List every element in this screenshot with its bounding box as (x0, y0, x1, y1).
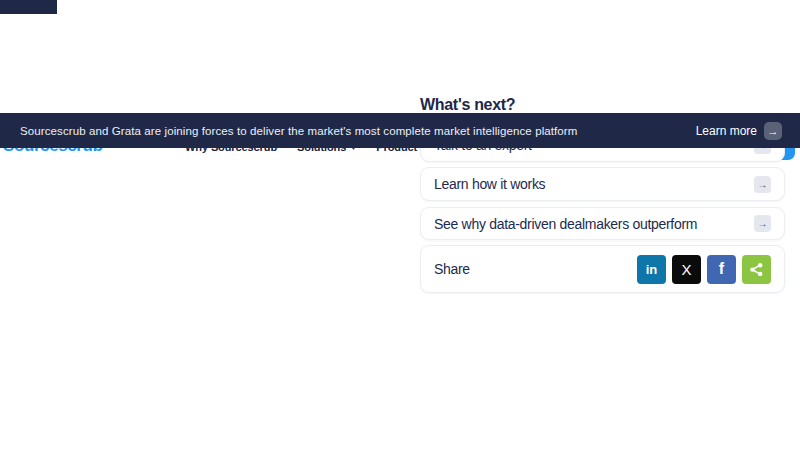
share-label: Share (434, 261, 470, 277)
banner-message: Sourcescrub and Grata are joining forces… (20, 125, 696, 137)
linkedin-share-button[interactable]: in (637, 255, 666, 284)
generic-share-button[interactable] (742, 255, 771, 284)
learn-more-label: Learn more (696, 124, 757, 138)
arrow-right-icon[interactable]: → (754, 215, 771, 232)
whats-next-heading: What's next? (420, 96, 515, 114)
facebook-share-button[interactable]: f (707, 255, 736, 284)
announcement-banner: Sourcescrub and Grata are joining forces… (0, 113, 800, 148)
share-icons: in X f (637, 255, 771, 284)
facebook-icon: f (719, 260, 724, 278)
arrow-right-icon[interactable]: → (764, 122, 782, 140)
whats-next-card: Talk to an expert → Learn how it works →… (420, 128, 785, 293)
arrow-right-icon[interactable]: → (754, 176, 771, 193)
header: Sourcescrub ← Back Why Sourcescrub Solut… (0, 60, 800, 113)
share-row: Share in X f (420, 245, 785, 293)
x-share-button[interactable]: X (672, 255, 701, 284)
linkedin-icon: in (646, 262, 658, 277)
top-left-fragment (0, 0, 57, 14)
link-label: Learn how it works (434, 176, 545, 192)
link-row-learn-how-it-works[interactable]: Learn how it works → (420, 167, 785, 201)
link-row-dealmakers-outperform[interactable]: See why data-driven dealmakers outperfor… (420, 207, 785, 240)
share-nodes-icon (749, 262, 764, 277)
link-label: See why data-driven dealmakers outperfor… (434, 216, 697, 232)
learn-more-link[interactable]: Learn more → (696, 122, 782, 140)
x-twitter-icon: X (681, 261, 691, 278)
page: Sourcescrub ← Back Why Sourcescrub Solut… (0, 0, 800, 450)
